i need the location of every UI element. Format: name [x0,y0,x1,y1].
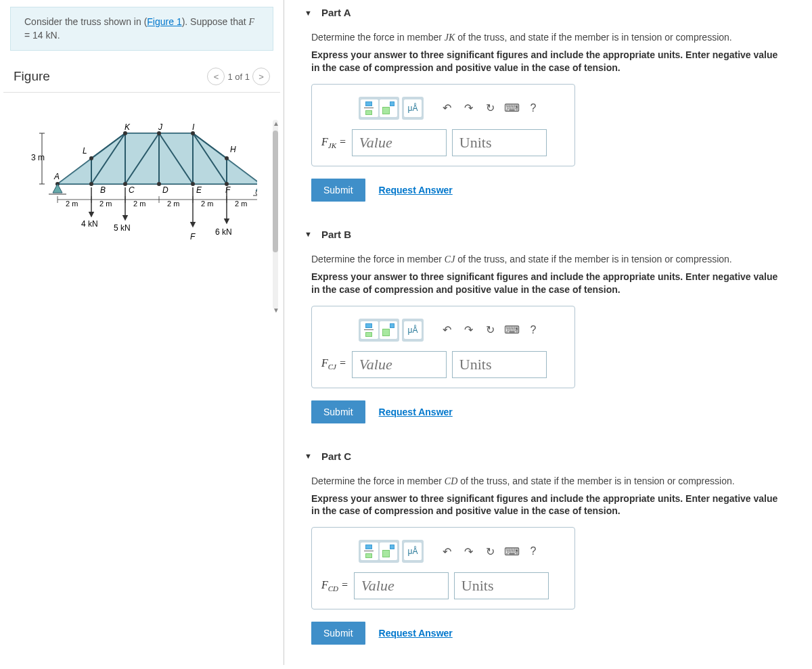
part-b-header[interactable]: ▼ Part B [291,222,805,247]
pager-next-button[interactable]: > [252,68,270,85]
part-a-answer-panel: μÅ ↶ ↷ ↻ ⌨ ? FJK = [311,84,575,166]
svg-text:2 m: 2 m [66,200,78,208]
problem-var: F [249,17,255,27]
exponent-icon [381,323,396,338]
part-c-request-answer-link[interactable]: Request Answer [379,628,453,639]
part-a-units-input[interactable] [452,129,547,156]
caret-down-icon: ▼ [304,9,312,17]
svg-point-20 [89,182,93,186]
part-b-instruction: Express your answer to three significant… [311,271,785,296]
redo-button[interactable]: ↷ [459,542,478,561]
part-a-title: Part A [321,7,351,18]
part-a-request-answer-link[interactable]: Request Answer [379,185,453,195]
help-button[interactable]: ? [524,99,543,118]
problem-prefix: Consider the truss shown in ( [24,16,147,27]
svg-text:2 m: 2 m [235,200,247,208]
svg-text:I: I [192,122,195,132]
undo-button[interactable]: ↶ [437,99,456,118]
part-a-body: Determine the force in member JK of the … [291,25,805,222]
svg-text:2 m: 2 m [99,200,112,208]
undo-button[interactable]: ↶ [437,542,456,561]
part-a-var-label: FJK = [321,136,346,149]
part-b-request-answer-link[interactable]: Request Answer [379,407,453,417]
part-c-value-input[interactable] [354,572,449,599]
svg-point-26 [89,156,93,160]
part-c-var-label: FCD = [321,579,348,593]
svg-text:F: F [225,185,231,195]
figure-link[interactable]: Figure 1 [147,16,181,27]
dim-height: 3 m [31,153,45,162]
part-b-value-input[interactable] [352,351,447,378]
fraction-icon [362,323,377,338]
right-panel: ▼ Part A Determine the force in member J… [284,0,812,665]
part-c-question: Determine the force in member CD of the … [311,476,785,487]
svg-text:L: L [83,146,87,156]
part-a-submit-button[interactable]: Submit [311,179,365,202]
part-c-header[interactable]: ▼ Part C [291,444,805,469]
keyboard-button[interactable]: ⌨ [502,99,521,118]
fraction-icon [362,101,377,116]
reset-button[interactable]: ↻ [480,99,499,118]
templates-button[interactable] [359,319,399,342]
part-c-toolbar: μÅ ↶ ↷ ↻ ⌨ ? [359,540,565,563]
redo-button[interactable]: ↷ [459,321,478,340]
svg-text:H: H [230,145,236,154]
part-a-header[interactable]: ▼ Part A [291,0,805,25]
fraction-icon [362,544,377,559]
part-c-instruction: Express your answer to three significant… [311,492,785,518]
problem-equals: = 14 kN. [24,30,60,41]
part-b-units-input[interactable] [452,351,547,378]
templates-button[interactable] [359,540,399,563]
greek-button[interactable]: μÅ [402,540,424,563]
part-b-body: Determine the force in member CJ of the … [291,247,805,444]
reset-button[interactable]: ↻ [480,542,499,561]
svg-text:6 kN: 6 kN [215,227,232,237]
svg-text:2 m: 2 m [133,200,145,208]
svg-text:J: J [158,122,163,132]
figure-scrollbar[interactable]: ▲ ▼ [273,120,278,309]
problem-suffix: ). Suppose that [182,16,249,27]
truss-diagram: 3 m [27,120,257,255]
figure-header: Figure < 1 of 1 > [3,68,280,93]
part-a-question: Determine the force in member JK of the … [311,32,785,43]
svg-point-33 [256,191,257,195]
redo-button[interactable]: ↷ [459,99,478,118]
svg-point-30 [225,156,229,160]
help-button[interactable]: ? [524,542,543,561]
exponent-icon [381,101,396,116]
left-panel: Consider the truss shown in (Figure 1). … [0,0,284,665]
part-b-submit-button[interactable]: Submit [311,400,365,423]
svg-text:F: F [190,232,196,241]
pager-prev-button[interactable]: < [207,68,225,85]
part-c-submit-button[interactable]: Submit [311,622,365,645]
caret-down-icon: ▼ [304,452,312,460]
part-c-title: Part C [321,451,351,462]
greek-icon: μÅ [408,103,418,113]
greek-button[interactable]: μÅ [402,97,424,120]
svg-text:2 m: 2 m [201,200,213,208]
templates-button[interactable] [359,97,399,120]
keyboard-button[interactable]: ⌨ [502,542,521,561]
undo-button[interactable]: ↶ [437,321,456,340]
part-a-value-input[interactable] [352,129,447,156]
part-c-body: Determine the force in member CD of the … [291,469,805,666]
part-c-units-input[interactable] [454,572,549,599]
help-button[interactable]: ? [524,321,543,340]
keyboard-button[interactable]: ⌨ [502,321,521,340]
svg-point-21 [123,182,127,186]
pager-text: 1 of 1 [227,72,250,82]
part-a-instruction: Express your answer to three significant… [311,49,785,74]
svg-point-23 [191,182,195,186]
greek-button[interactable]: μÅ [402,319,424,342]
svg-text:5 kN: 5 kN [114,223,131,233]
part-b-question: Determine the force in member CJ of the … [311,254,785,265]
svg-text:D: D [162,185,168,195]
part-c-answer-panel: μÅ ↶ ↷ ↻ ⌨ ? FCD = [311,527,575,609]
exponent-icon [381,544,396,559]
caret-down-icon: ▼ [304,230,312,238]
reset-button[interactable]: ↻ [480,321,499,340]
svg-text:K: K [125,122,131,132]
problem-statement: Consider the truss shown in (Figure 1). … [10,7,273,51]
svg-marker-31 [53,184,62,193]
svg-text:2 m: 2 m [167,200,179,208]
